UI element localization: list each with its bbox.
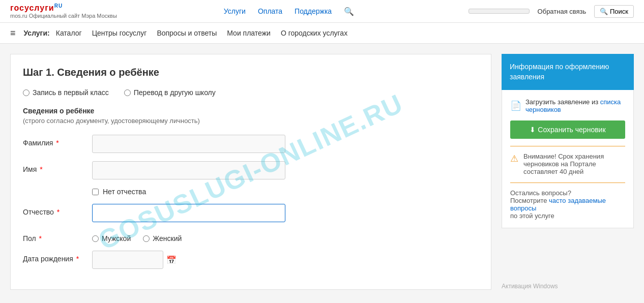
radio-first-class[interactable]: Запись в первый класс [23,88,109,97]
radio-transfer-label: Перевод в другую школу [134,88,216,97]
nav-qa[interactable]: Вопросы и ответы [157,29,217,37]
logo-ru: RU [54,3,63,9]
logo-uslugi: услуги [24,4,54,12]
dob-input[interactable] [92,251,163,269]
nav-link-oplata[interactable]: Оплата [258,7,282,15]
calendar-icon[interactable]: 📅 [166,255,177,265]
nav-link-uslugi[interactable]: Услуги [224,7,246,15]
warning-text: Внимание! Срок хранения черновиков на По… [523,153,625,175]
questions-link-prefix: Посмотрите [510,197,549,204]
nav-payments[interactable]: Мои платежи [227,29,271,37]
sidebar: Информация по оформлению заявления 📄 Заг… [502,54,634,290]
sidebar-card: 📄 Загрузить заявление из списка черновик… [502,90,634,228]
save-draft-button[interactable]: ⬇ Сохранить черновик [510,120,625,139]
gender-group: Пол * Мужской Женский [23,230,479,243]
sidebar-info-text: Информация по оформлению заявления [510,63,609,81]
step-title: Шаг 1. Сведения о ребёнке [23,67,479,78]
nav-centers[interactable]: Центры госуслуг [92,29,147,37]
divider-2 [510,183,625,183]
draft-link: Загрузить заявление из списка черновиков [525,98,625,113]
logo[interactable]: госуслугиRU mos.ru Официальный сайт Мэра… [10,3,117,20]
sec-nav-links: Каталог Центры госуслуг Вопросы и ответы… [56,29,347,37]
section-title: Сведения о ребёнке [23,107,479,115]
gender-required: * [37,234,42,243]
first-name-group: Имя * [23,161,479,179]
draft-load-row: 📄 Загрузить заявление из списка черновик… [510,98,625,113]
gender-options: Мужской Женский [92,230,182,243]
radio-first-class-label: Запись в первый класс [33,88,109,97]
top-nav-links: Услуги Оплата Поддержка 🔍 [224,7,354,16]
search-icon[interactable]: 🔍 [344,7,354,16]
main-content: GOSUSLUGI-ONLINE.RU Шаг 1. Сведения о ре… [0,44,644,300]
last-name-group: Фамилия * [23,135,479,153]
no-patronymic-row: Нет отчества [92,188,479,196]
logo-main: госуслугиRU [10,3,117,13]
section-subtitle: (строго согласно документу, удостоверяющ… [23,117,479,125]
last-name-input[interactable] [92,135,285,153]
no-patronymic-checkbox[interactable] [92,189,99,195]
gender-female-label: Женский [153,234,182,243]
dob-group: Дата рождения * 📅 [23,251,479,269]
warning-icon: ⚠ [510,153,518,164]
patronymic-label: Отчество * [23,204,84,216]
draft-load-text: Загрузить заявление из [525,98,598,106]
patronymic-group: Отчество * [23,204,479,222]
questions-label: Остались вопросы? [510,189,625,197]
enrollment-type-options: Запись в первый класс Перевод в другую ш… [23,88,479,97]
patronymic-input[interactable] [92,204,285,222]
radio-transfer[interactable]: Перевод в другую школу [124,88,216,97]
services-label: Услуги: [24,29,50,37]
first-name-label: Имя * [23,161,84,173]
last-name-required: * [54,139,58,147]
gender-label: Пол * [23,230,84,243]
feedback-button[interactable]: Обратная связь [538,8,587,15]
activation-notice: Активация Windows [502,278,634,290]
first-name-input[interactable] [92,161,285,179]
gender-male-radio[interactable] [92,235,99,242]
patronymic-required: * [55,208,60,216]
form-area: GOSUSLUGI-ONLINE.RU Шаг 1. Сведения о ре… [10,54,491,290]
top-nav-right: Обратная связь 🔍 Поиск [469,5,634,18]
gender-female-radio[interactable] [143,235,150,242]
logo-sub: mos.ru Официальный сайт Мэра Москвы [10,13,117,19]
nav-link-podderzhka[interactable]: Поддержка [295,7,332,15]
dob-input-wrapper: 📅 [92,251,177,269]
dob-label: Дата рождения * [23,251,84,263]
gender-female-option[interactable]: Женский [143,234,182,243]
user-account-dropdown[interactable] [469,9,530,14]
warning-row: ⚠ Внимание! Срок хранения черновиков на … [510,153,625,175]
top-navigation: госуслугиRU mos.ru Официальный сайт Мэра… [0,0,644,23]
no-patronymic-label[interactable]: Нет отчества [103,188,146,196]
first-name-required: * [38,165,42,173]
document-icon: 📄 [510,100,521,111]
search-button[interactable]: 🔍 Поиск [594,5,634,18]
questions-link-row: Посмотрите часто задаваемые вопросы [510,197,625,212]
hamburger-icon[interactable]: ≡ [10,28,16,39]
dob-required: * [74,255,79,263]
sidebar-info-box: Информация по оформлению заявления [502,54,634,90]
gender-male-option[interactable]: Мужской [92,234,131,243]
gender-male-label: Мужской [102,234,131,243]
last-name-label: Фамилия * [23,135,84,147]
nav-catalog[interactable]: Каталог [56,29,82,37]
questions-after: по этой услуге [510,212,625,220]
radio-first-class-input[interactable] [23,89,30,96]
secondary-navigation: ≡ Услуги: Каталог Центры госуслуг Вопрос… [0,23,644,44]
questions-section: Остались вопросы? Посмотрите часто задав… [510,189,625,220]
logo-gos: гос [10,4,24,12]
radio-transfer-input[interactable] [124,89,131,96]
divider [510,146,625,146]
nav-city-services[interactable]: О городских услугах [281,29,347,37]
